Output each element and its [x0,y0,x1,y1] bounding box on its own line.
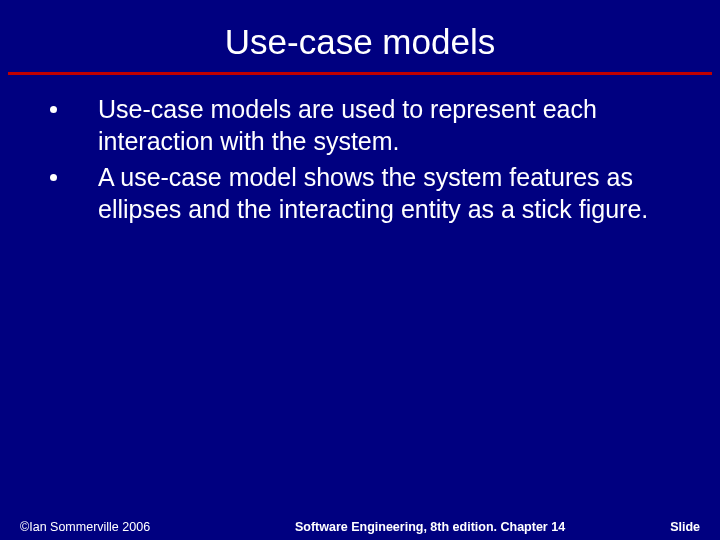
footer-copyright: ©Ian Sommerville 2006 [20,520,230,534]
slide-title: Use-case models [0,0,720,72]
list-item: A use-case model shows the system featur… [40,161,680,225]
bullet-list: Use-case models are used to represent ea… [40,93,680,225]
list-item: Use-case models are used to represent ea… [40,93,680,157]
footer-slide-label: Slide [630,520,700,534]
footer-book-title: Software Engineering, 8th edition. Chapt… [230,520,630,534]
slide-body: Use-case models are used to represent ea… [0,75,720,225]
footer: ©Ian Sommerville 2006 Software Engineeri… [0,520,720,534]
